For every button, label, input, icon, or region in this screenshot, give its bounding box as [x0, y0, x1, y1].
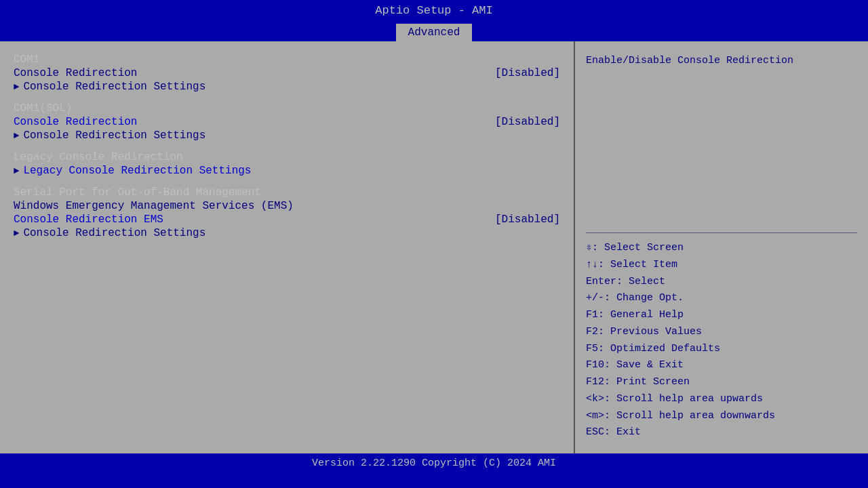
com1-settings-item[interactable]: ► Console Redirection Settings [14, 81, 560, 93]
legacy-section-label: Legacy Console Redirection [14, 151, 560, 163]
app-title: Aptio Setup - AMI [0, 0, 868, 21]
shortcut-2: Enter: Select [586, 274, 857, 291]
arrow-icon: ► [14, 228, 19, 239]
shortcut-6: F5: Optimized Defaults [586, 341, 857, 358]
tab-advanced[interactable]: Advanced [396, 24, 473, 41]
serial-section-label: Serial Port for Out-of-Band Management [14, 186, 560, 199]
com1sol-console-redirect-item[interactable]: Console Redirection [Disabled] [14, 116, 560, 128]
footer-text: Version 2.22.1290 Copyright (C) 2024 AMI [312, 458, 556, 469]
shortcut-7: F10: Save & Exit [586, 357, 857, 374]
shortcut-1: ↑↓: Select Item [586, 257, 857, 274]
legacy-settings-item[interactable]: ► Legacy Console Redirection Settings [14, 165, 560, 177]
tab-bar: Advanced [0, 21, 868, 41]
arrow-icon: ► [14, 130, 19, 141]
ems-console-redirect-item[interactable]: Console Redirection EMS [Disabled] [14, 214, 560, 226]
arrow-icon: ► [14, 165, 19, 176]
com1-section-label: COM1 [14, 54, 560, 66]
com1sol-settings-item[interactable]: ► Console Redirection Settings [14, 129, 560, 142]
help-text: Enable/Disable Console Redirection [586, 54, 857, 226]
shortcut-11: ESC: Exit [586, 424, 857, 441]
divider [586, 232, 857, 233]
left-panel: COM1 Console Redirection [Disabled] ► Co… [0, 41, 575, 453]
shortcut-8: F12: Print Screen [586, 374, 857, 391]
shortcut-3: +/-: Change Opt. [586, 290, 857, 307]
ems-label-item: Windows Emergency Management Services (E… [14, 200, 560, 212]
footer: Version 2.22.1290 Copyright (C) 2024 AMI [0, 453, 868, 474]
shortcut-10: <m>: Scroll help area downwards [586, 408, 857, 425]
shortcut-4: F1: General Help [586, 307, 857, 324]
com1sol-section-label: COM1(SOL) [14, 102, 560, 115]
right-panel: Enable/Disable Console Redirection ⇳: Se… [575, 41, 868, 453]
com1-console-redirect-item[interactable]: Console Redirection [Disabled] [14, 67, 560, 79]
ems-settings-item[interactable]: ► Console Redirection Settings [14, 227, 560, 239]
shortcut-5: F2: Previous Values [586, 324, 857, 341]
shortcuts: ⇳: Select Screen↑↓: Select ItemEnter: Se… [586, 240, 857, 441]
shortcut-9: <k>: Scroll help area upwards [586, 391, 857, 408]
main-area: COM1 Console Redirection [Disabled] ► Co… [0, 41, 868, 453]
arrow-icon: ► [14, 81, 19, 92]
shortcut-0: ⇳: Select Screen [586, 240, 857, 257]
title-text: Aptio Setup - AMI [375, 4, 492, 17]
